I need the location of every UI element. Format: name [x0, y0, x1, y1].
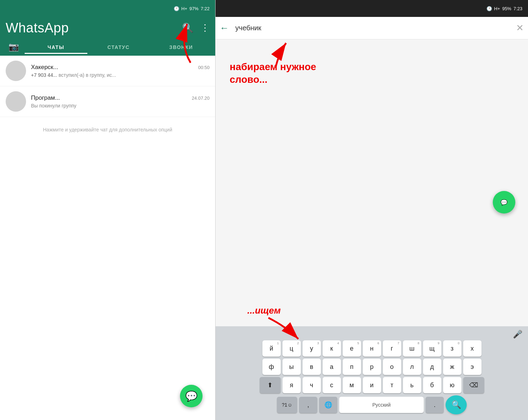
new-chat-fab-right[interactable]: 💬 — [493, 191, 515, 214]
space-key[interactable]: Русский — [339, 397, 424, 413]
chat-preview: Вы покинули группу — [31, 103, 76, 109]
search-header: ← ✕ — [216, 17, 528, 39]
right-battery: 95% — [502, 6, 511, 11]
key-t[interactable]: т — [383, 377, 401, 393]
keyboard-row-2: ф ы в а п р о л д ж э — [217, 359, 527, 375]
key-i[interactable]: и — [363, 377, 381, 393]
key-yi[interactable]: ы — [282, 359, 301, 375]
search-input[interactable] — [232, 23, 513, 33]
period-key[interactable]: . — [425, 397, 444, 413]
key-z[interactable]: 0з — [443, 340, 461, 357]
chat-list: Хакерск... 00:50 +7 903 44... вступил(-а… — [0, 56, 215, 420]
tab-status[interactable]: СТАТУС — [87, 40, 150, 54]
tab-calls[interactable]: ЗВОНКИ — [150, 40, 212, 54]
key-y[interactable]: 1й — [262, 340, 281, 357]
key-v[interactable]: в — [303, 359, 321, 375]
right-signal: H+ — [494, 6, 500, 11]
left-phone: 🕐 H+ 97% 7:22 WhatsApp 🔍 ⋮ 📷 ЧАТЫ СТАТУС… — [0, 0, 216, 420]
key-k[interactable]: 4к — [323, 340, 341, 357]
right-time: 7:23 — [514, 6, 522, 11]
key-ch[interactable]: ч — [303, 377, 321, 393]
chat-item[interactable]: Хакерск... 00:50 +7 903 44... вступил(-а… — [0, 56, 215, 86]
chat-item[interactable]: Програм... 24.07.20 Вы покинули группу — [0, 86, 215, 117]
chat-phone: +7 903 44... — [31, 72, 57, 78]
shift-key[interactable]: ⬆ — [260, 377, 281, 393]
key-n[interactable]: 6н — [363, 340, 381, 357]
key-g[interactable]: 7г — [383, 340, 401, 357]
chat-info: Програм... 24.07.20 Вы покинули группу — [31, 94, 210, 109]
right-status-bar: 🕐 H+ 95% 7:23 — [216, 0, 528, 17]
chat-name: Програм... — [31, 94, 60, 101]
key-yu[interactable]: ю — [443, 377, 461, 393]
avatar — [6, 91, 26, 112]
key-o[interactable]: о — [383, 359, 401, 375]
key-e[interactable]: 5е — [343, 340, 361, 357]
chat-name: Хакерск... — [31, 64, 58, 71]
symbols-key[interactable]: ?1☺ — [277, 397, 297, 413]
key-r[interactable]: р — [363, 359, 381, 375]
app-title: WhatsApp — [6, 20, 69, 36]
globe-key[interactable]: 🌐 — [319, 397, 337, 413]
new-chat-icon: 💬 — [185, 390, 198, 402]
keyboard-bottom-row: ?1☺ , 🌐 Русский . 🔍 — [217, 395, 527, 414]
chat-preview: вступил(-а) в группу, ис... — [58, 72, 116, 78]
tab-chats[interactable]: ЧАТЫ — [25, 40, 87, 54]
left-time: 7:22 — [201, 6, 210, 11]
key-f[interactable]: ф — [262, 359, 281, 375]
comma-key[interactable]: , — [299, 397, 317, 413]
arrow-annotation-2 — [251, 39, 300, 76]
new-chat-fab[interactable]: 💬 — [180, 385, 203, 407]
avatar — [6, 61, 26, 81]
key-m[interactable]: м — [343, 377, 361, 393]
key-u[interactable]: 3у — [303, 340, 321, 357]
chat-name-row: Програм... 24.07.20 — [31, 94, 210, 101]
chat-name-row: Хакерск... 00:50 — [31, 64, 210, 71]
keyboard-row-1: 1й 2ц 3у 4к 5е 6н 7г 8ш 9щ 0з х — [217, 340, 527, 357]
key-soft[interactable]: ь — [403, 377, 421, 393]
menu-icon[interactable]: ⋮ — [200, 23, 210, 33]
header-icons: 🔍 ⋮ — [182, 23, 210, 33]
back-button[interactable]: ← — [220, 23, 229, 33]
search-icon[interactable]: 🔍 — [182, 23, 193, 33]
clear-button[interactable]: ✕ — [516, 23, 524, 33]
whatsapp-header: WhatsApp 🔍 ⋮ — [0, 17, 215, 38]
right-status-icons: 🕐 — [486, 6, 492, 11]
annotation-main: набираем нужноеслово... — [230, 61, 316, 86]
left-signal: H+ — [181, 6, 187, 11]
key-b[interactable]: б — [423, 377, 441, 393]
key-zh[interactable]: ж — [443, 359, 461, 375]
key-ya[interactable]: я — [282, 377, 301, 393]
chat-hint: Нажмите и удерживайте чат для дополнител… — [0, 117, 215, 142]
key-s[interactable]: с — [323, 377, 341, 393]
left-status-icons: 🕐 — [174, 6, 179, 11]
key-sch[interactable]: 9щ — [423, 340, 441, 357]
chat-preview-row: Вы покинули группу — [31, 103, 210, 109]
key-ts[interactable]: 2ц — [282, 340, 301, 357]
left-status-bar: 🕐 H+ 97% 7:22 — [0, 0, 215, 17]
chat-time: 00:50 — [198, 65, 210, 70]
key-p[interactable]: п — [343, 359, 361, 375]
key-h[interactable]: х — [463, 340, 482, 357]
mic-row: 🎤 — [217, 329, 527, 340]
mic-icon[interactable]: 🎤 — [513, 330, 522, 339]
new-chat-icon-right: 💬 — [501, 199, 508, 206]
key-d[interactable]: д — [423, 359, 441, 375]
backspace-key[interactable]: ⌫ — [463, 377, 484, 393]
keyboard: ...ищем 🎤 1й 2ц 3у 4к 5е 6н 7г 8ш — [216, 326, 528, 420]
left-battery: 97% — [190, 6, 199, 11]
chat-time: 24.07.20 — [192, 95, 210, 101]
key-l[interactable]: л — [403, 359, 421, 375]
key-ae[interactable]: э — [463, 359, 482, 375]
key-sh[interactable]: 8ш — [403, 340, 421, 357]
key-a[interactable]: а — [323, 359, 341, 375]
chat-info: Хакерск... 00:50 +7 903 44... вступил(-а… — [31, 64, 210, 78]
right-phone: 🕐 H+ 95% 7:23 ← ✕ набираем нужноеслово..… — [216, 0, 528, 420]
camera-tab[interactable]: 📷 — [3, 38, 25, 55]
chat-preview-row: +7 903 44... вступил(-а) в группу, ис... — [31, 72, 210, 78]
keyboard-search-button[interactable]: 🔍 — [446, 395, 467, 414]
tabs-bar: 📷 ЧАТЫ СТАТУС ЗВОНКИ — [0, 38, 215, 56]
keyboard-row-3: ⬆ я ч с м и т ь б ю ⌫ — [217, 377, 527, 393]
search-results-area: набираем нужноеслово... 💬 — [216, 39, 528, 326]
